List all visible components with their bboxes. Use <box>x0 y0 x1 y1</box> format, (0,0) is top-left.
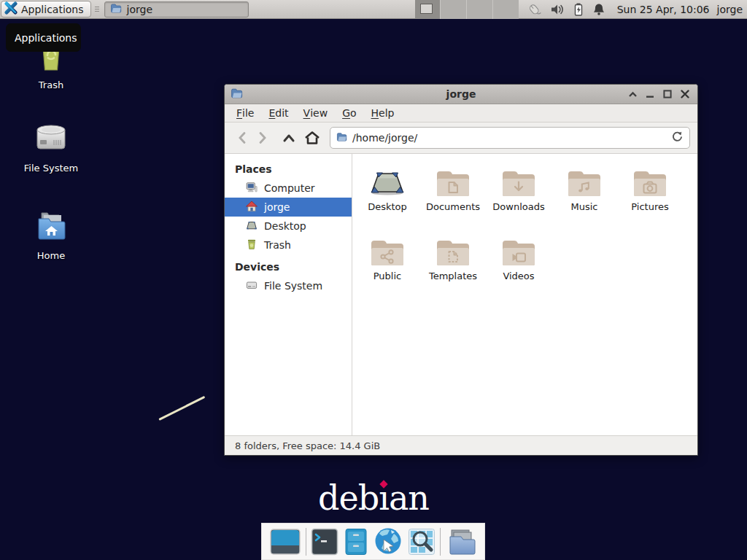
home-icon <box>246 201 258 214</box>
desktop-icon <box>246 219 258 233</box>
home-folder-icon <box>32 207 70 246</box>
path-folder-icon <box>336 131 347 144</box>
file-item-documents[interactable]: Documents <box>420 163 486 232</box>
web-browser-icon[interactable] <box>374 527 403 556</box>
system-tray <box>526 2 605 17</box>
workspace-4[interactable] <box>492 0 519 19</box>
folder-videos-icon <box>498 232 539 267</box>
sidebar: Places Computer <box>225 154 352 435</box>
volume-icon[interactable] <box>550 2 565 17</box>
taskbar-window-button[interactable]: jorge <box>104 1 249 18</box>
sidebar-item-label: File System <box>264 280 322 292</box>
directory-menu-icon[interactable] <box>446 528 476 556</box>
file-item-videos[interactable]: Videos <box>486 232 551 301</box>
debian-logo-text: an <box>389 478 429 518</box>
file-manager-icon[interactable] <box>344 528 368 556</box>
desktop-icon-label: Trash <box>39 79 63 90</box>
terminal-icon[interactable] <box>311 528 338 556</box>
dock-separator <box>306 528 306 556</box>
desktop-icon-label: Home <box>37 250 65 261</box>
menu-help[interactable]: Help <box>364 104 402 122</box>
forward-button[interactable] <box>252 128 273 148</box>
back-button[interactable] <box>232 128 252 148</box>
menu-edit[interactable]: Edit <box>261 104 295 122</box>
close-button[interactable] <box>679 88 691 100</box>
taskbar-window-label: jorge <box>127 4 152 15</box>
file-label: Public <box>374 271 401 281</box>
menu-go[interactable]: Go <box>335 104 363 122</box>
file-label: Templates <box>429 271 477 281</box>
show-desktop-icon[interactable] <box>270 528 301 556</box>
desktop-icon-home[interactable]: Home <box>15 207 88 261</box>
statusbar: 8 folders, Free space: 14.4 GiB <box>225 435 697 455</box>
titlebar[interactable]: jorge <box>225 85 697 104</box>
desktop: Applications jorge <box>0 0 747 560</box>
folder-downloads-icon <box>498 163 539 198</box>
panel-username: jorge <box>717 4 743 15</box>
panel-grip[interactable] <box>93 3 101 16</box>
workspace-window-preview <box>420 4 433 14</box>
applications-tooltip: Applications <box>6 23 81 52</box>
workspace-pager <box>415 0 519 19</box>
menubar: File Edit View Go Help <box>225 104 697 122</box>
sidebar-item-jorge[interactable]: jorge <box>225 198 352 217</box>
dock-separator <box>440 528 441 556</box>
workspace-3[interactable] <box>466 0 492 19</box>
toolbar: /home/jorge/ <box>225 122 697 154</box>
file-item-desktop[interactable]: Desktop <box>355 163 420 232</box>
file-item-music[interactable]: Music <box>551 163 617 232</box>
folder-public-icon <box>367 232 408 267</box>
statusbar-text: 8 folders, Free space: 14.4 GiB <box>235 440 380 451</box>
sidebar-header-devices: Devices <box>225 259 352 276</box>
desktop-icon-label: File System <box>24 163 78 174</box>
computer-icon <box>246 182 258 195</box>
notifications-bell-icon[interactable] <box>592 2 605 17</box>
xfce-logo-icon <box>4 1 18 17</box>
menu-view[interactable]: View <box>296 104 336 122</box>
menu-file[interactable]: File <box>229 104 261 122</box>
file-item-downloads[interactable]: Downloads <box>486 163 551 232</box>
sidebar-item-label: Desktop <box>264 220 306 232</box>
maximize-button[interactable] <box>662 88 673 100</box>
folder-icon <box>110 2 122 16</box>
wallpaper-swoosh-line <box>158 396 205 421</box>
panel-clock[interactable]: Sun 25 Apr, 10:06 <box>617 4 710 15</box>
folder-pictures-icon <box>630 163 670 198</box>
file-label: Documents <box>426 201 480 212</box>
dock-panel <box>261 523 485 560</box>
reload-icon[interactable] <box>671 131 684 145</box>
application-finder-icon[interactable] <box>408 528 436 556</box>
file-label: Videos <box>503 271 534 281</box>
hard-drive-icon <box>246 279 258 293</box>
desktop-icon-file-system[interactable]: File System <box>15 118 88 174</box>
file-manager-window: jorge File Edit View Go Help <box>224 84 698 456</box>
battery-icon[interactable] <box>573 2 584 17</box>
folder-templates-icon <box>433 232 473 267</box>
workspace-1[interactable] <box>415 0 441 19</box>
location-path-text: /home/jorge/ <box>352 132 417 144</box>
file-item-templates[interactable]: Templates <box>420 232 486 301</box>
hard-drive-icon <box>32 118 70 159</box>
workspace-2[interactable] <box>440 0 466 19</box>
sidebar-item-trash[interactable]: Trash <box>225 236 352 254</box>
sidebar-item-file-system[interactable]: File System <box>225 276 352 295</box>
desktop-icon <box>367 163 408 198</box>
file-label: Music <box>571 201 598 212</box>
file-item-public[interactable]: Public <box>355 232 420 301</box>
location-bar[interactable]: /home/jorge/ <box>330 127 690 149</box>
file-label: Pictures <box>631 201 668 212</box>
sidebar-item-computer[interactable]: Computer <box>225 179 352 198</box>
mouse-icon[interactable] <box>526 2 542 17</box>
folder-documents-icon <box>433 163 473 198</box>
minimize-button[interactable] <box>644 88 656 100</box>
file-grid: Desktop Documents <box>352 154 697 435</box>
up-button[interactable] <box>279 128 299 148</box>
tooltip-text: Applications <box>15 32 77 44</box>
home-button[interactable] <box>302 128 322 148</box>
sidebar-item-desktop[interactable]: Desktop <box>225 217 352 236</box>
shade-button[interactable] <box>627 88 638 100</box>
window-folder-icon[interactable] <box>231 87 243 102</box>
file-item-pictures[interactable]: Pictures <box>617 163 683 232</box>
sidebar-item-label: Trash <box>264 239 291 251</box>
applications-menu-button[interactable]: Applications <box>1 1 91 18</box>
